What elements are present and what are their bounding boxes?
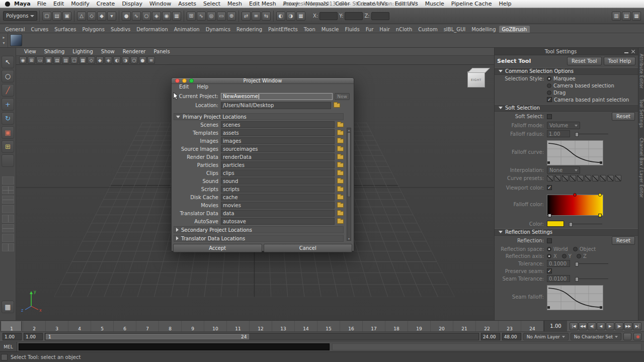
sound-field[interactable]: sound — [221, 177, 335, 185]
soft-select-checkbox[interactable] — [547, 114, 552, 119]
snap-curve-icon[interactable]: ∿ — [197, 12, 206, 21]
x-input[interactable] — [319, 12, 338, 20]
reflection-axis-x-radio[interactable] — [547, 254, 551, 258]
clips-field[interactable]: clips — [221, 169, 335, 176]
menu-set-dropdown[interactable]: Polygons — [3, 11, 37, 21]
viewport-menu-lighting[interactable]: Lighting — [68, 49, 97, 54]
select-hierarchy-icon[interactable]: △ — [77, 12, 86, 21]
menu-file[interactable]: File — [34, 1, 50, 7]
timeline-frame-5[interactable]: 5 — [91, 321, 113, 331]
zoom-window-icon[interactable] — [189, 78, 194, 83]
soft-selection-header[interactable]: Soft Selection — [495, 104, 638, 112]
shelf-tab-toon[interactable]: Toon — [301, 26, 318, 33]
camera-based-selection-radio[interactable] — [547, 83, 551, 88]
mel-toggle-button[interactable]: MEL — [0, 342, 17, 351]
minimize-window-icon[interactable] — [182, 78, 187, 83]
app-menu[interactable]: Maya — [14, 1, 31, 7]
sound-browse-folder-icon[interactable] — [337, 179, 344, 184]
mel-input[interactable] — [19, 343, 330, 350]
reflection-settings-header[interactable]: Reflection Settings — [495, 228, 638, 236]
timeline-ticks[interactable]: 123456789101112131415161718192021222324 — [0, 321, 544, 331]
panel-collapse-icon[interactable] — [624, 49, 628, 53]
shelf-tab-gozbrush[interactable]: GoZBrush — [499, 26, 530, 33]
timeline-frame-11[interactable]: 11 — [226, 321, 249, 331]
viewport-menu-renderer[interactable]: Renderer — [119, 49, 150, 54]
snap-point-icon[interactable]: ◎ — [207, 12, 216, 21]
menu-edit[interactable]: Edit — [50, 1, 67, 7]
safe-title-icon[interactable]: ▦ — [79, 56, 87, 64]
mask-rendering-icon[interactable]: ▦ — [172, 12, 181, 21]
layout-persp-outliner-button[interactable] — [2, 196, 14, 204]
timeline-frame-19[interactable]: 19 — [408, 321, 430, 331]
timeline-frame-17[interactable]: 17 — [362, 321, 385, 331]
side-tab-attribute-editor[interactable]: Attribute Editor — [639, 54, 643, 89]
soft-selection-reset-button[interactable]: Reset — [612, 112, 635, 121]
menu-display[interactable]: Display — [118, 1, 146, 7]
curve-preset-2-icon[interactable] — [554, 175, 561, 182]
falloff-color-ramp[interactable] — [547, 195, 603, 216]
render-data-browse-folder-icon[interactable] — [337, 155, 344, 159]
use-all-lights-icon[interactable]: ◐ — [113, 56, 121, 64]
falloff-mode-dropdown[interactable]: Volume — [547, 122, 580, 129]
reflection-space-object-radio[interactable] — [573, 247, 578, 251]
timeline-frame-13[interactable]: 13 — [272, 321, 294, 331]
curve-preset-7-icon[interactable] — [592, 175, 599, 182]
timeline-frame-15[interactable]: 15 — [317, 321, 340, 331]
curve-preset-5-icon[interactable] — [577, 175, 584, 182]
menu-mesh[interactable]: Mesh — [224, 1, 246, 7]
layout-four-pane-button[interactable] — [2, 186, 14, 194]
common-selection-options-header[interactable]: Common Selection Options — [495, 67, 638, 75]
shelf-tab-surfaces[interactable]: Surfaces — [51, 26, 79, 33]
step-forward-frame-button[interactable]: ▶▶ — [624, 322, 632, 330]
location-input[interactable]: /Users/Niall/Desktop — [221, 102, 331, 109]
toggle-tool-settings-icon[interactable]: ▤ — [622, 12, 631, 21]
layout-extra-1-button[interactable] — [2, 234, 14, 242]
tolerance-slider[interactable] — [575, 263, 608, 264]
templates-field[interactable]: assets — [221, 129, 335, 136]
play-backward-button[interactable]: ◀ — [597, 322, 605, 330]
menu-create[interactable]: Create — [93, 1, 119, 7]
shelf-menu-icon[interactable]: ▾ — [3, 41, 5, 45]
curve-preset-9-icon[interactable] — [607, 175, 614, 182]
shelf-tab-fur[interactable]: Fur — [363, 26, 377, 33]
menu-window[interactable]: Window — [146, 1, 175, 7]
save-scene-icon[interactable]: ▣ — [62, 12, 71, 21]
autosave-browse-folder-icon[interactable] — [337, 219, 344, 224]
animation-start-field[interactable]: 1.00 — [3, 333, 22, 340]
selection-mask-icon[interactable]: ▾ — [107, 12, 116, 21]
shelf-item-gozbrush[interactable] — [10, 34, 22, 46]
autosave-field[interactable]: autosave — [221, 218, 335, 225]
ipr-render-icon[interactable]: ◑ — [286, 12, 295, 21]
mask-dynamics-icon[interactable]: ◉ — [162, 12, 171, 21]
tolerance-input[interactable]: 0.1000 — [547, 260, 570, 267]
viewport-menu-view[interactable]: View — [20, 49, 40, 54]
marquee-radio[interactable] — [547, 76, 551, 81]
step-back-frame-button[interactable]: ◀◀ — [579, 322, 587, 330]
curve-preset-3-icon[interactable] — [562, 175, 569, 182]
reflection-space-world-radio[interactable] — [547, 247, 551, 251]
curve-preset-1-icon[interactable] — [547, 175, 553, 182]
curve-preset-8-icon[interactable] — [600, 175, 606, 182]
new-project-button[interactable]: New — [335, 93, 350, 100]
rotate-tool-icon[interactable]: ↻ — [2, 112, 14, 125]
playback-range-slider[interactable]: 1 24 — [45, 333, 479, 340]
isolate-select-toolbox-icon[interactable]: ▦ — [2, 301, 14, 313]
snap-plane-icon[interactable]: ▭ — [217, 12, 226, 21]
seam-tolerance-slider[interactable] — [575, 279, 608, 279]
lasso-tool-icon[interactable]: ○ — [2, 70, 14, 82]
grid-toggle-icon[interactable]: ⊞ — [28, 56, 35, 64]
drag-radio[interactable] — [547, 90, 551, 95]
animation-end-field[interactable]: 48.00 — [502, 333, 521, 340]
shelf-tab-rendering[interactable]: Rendering — [233, 26, 265, 33]
render-data-field[interactable]: renderData — [221, 153, 335, 160]
current-time-field[interactable]: 1.00 — [544, 321, 567, 331]
preserve-seam-checkbox[interactable] — [547, 268, 552, 274]
auto-keyframe-icon[interactable] — [633, 333, 641, 340]
shelf-tab-curves[interactable]: Curves — [28, 26, 51, 33]
shelf-tab-dynamics[interactable]: Dynamics — [203, 26, 233, 33]
render-current-frame-icon[interactable]: ◐ — [276, 12, 285, 21]
shelf-tab-muscle[interactable]: Muscle — [318, 26, 342, 33]
reset-tool-button[interactable]: Reset Tool — [567, 57, 602, 65]
location-browse-folder-icon[interactable] — [334, 103, 340, 108]
dialog-scrollbar[interactable]: ▴ ▾ — [347, 128, 351, 241]
